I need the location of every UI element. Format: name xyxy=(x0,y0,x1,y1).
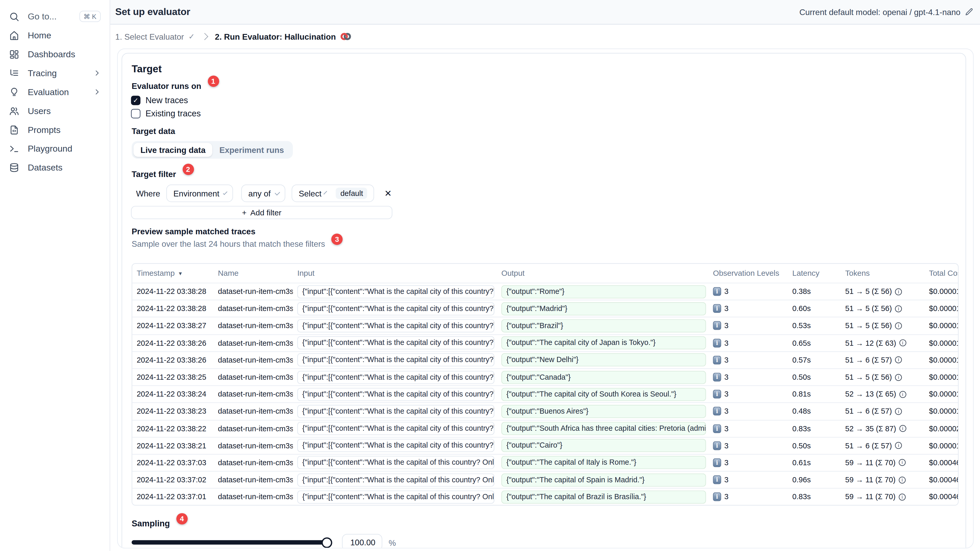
sidebar-item-home[interactable]: Home xyxy=(0,26,110,45)
col-header-tokens[interactable]: Tokens xyxy=(841,269,924,278)
cell-observation-levels: i3 xyxy=(708,441,788,450)
cell-timestamp: 2024-11-22 03:38:26 xyxy=(132,356,213,364)
table-row[interactable]: 2024-11-22 03:38:28dataset-run-item-cm3s… xyxy=(132,283,958,300)
edit-model-icon[interactable] xyxy=(965,8,974,16)
output-preview-chip[interactable]: {"output":"Brazil"} xyxy=(501,319,706,332)
col-header-latency[interactable]: Latency xyxy=(788,269,841,278)
observation-level-icon: i xyxy=(713,304,721,313)
output-preview-chip[interactable]: {"output":"Rome"} xyxy=(501,285,706,298)
filter-operator-dropdown[interactable]: any of xyxy=(241,184,285,202)
input-preview-chip[interactable]: {"input":[{"content":"What is the capita… xyxy=(298,285,495,298)
sampling-slider[interactable] xyxy=(132,540,327,545)
sort-desc-icon: ▼ xyxy=(178,270,183,276)
table-row[interactable]: 2024-11-22 03:38:21dataset-run-item-cm3s… xyxy=(132,437,958,454)
col-header-label: Total Cost xyxy=(929,269,958,278)
cell-name: dataset-run-item-cm3s4 xyxy=(214,441,293,450)
output-preview-chip[interactable]: {"output":"The capital of Spain is Madri… xyxy=(501,473,706,486)
target-card: Target Evaluator runs on 1 ✓ New traces … xyxy=(122,53,966,548)
target-section-title: Target xyxy=(132,64,162,75)
table-row[interactable]: 2024-11-22 03:37:01dataset-run-item-cm3s… xyxy=(132,488,958,505)
checkbox-existing-traces[interactable] xyxy=(131,109,140,118)
input-preview-chip[interactable]: {"input":[{"content":"What is the capita… xyxy=(298,388,495,401)
col-header-input[interactable]: Input xyxy=(293,269,497,278)
input-preview-chip[interactable]: {"input":[{"content":"What is the capita… xyxy=(298,302,495,315)
chevron-down-icon xyxy=(223,190,228,195)
sidebar-item-prompts[interactable]: Prompts xyxy=(0,120,110,139)
input-preview-chip[interactable]: {"input":[{"content":"What is the capita… xyxy=(298,473,495,486)
app-window: Go to... ⌘ K Home Dashboards Tracing xyxy=(0,0,980,551)
remove-filter-button[interactable]: ✕ xyxy=(382,187,395,200)
observation-level-icon: i xyxy=(713,390,721,399)
sidebar-item-tracing[interactable]: Tracing xyxy=(0,64,110,83)
observation-level-count: 3 xyxy=(724,476,729,484)
sidebar-item-evaluation[interactable]: Evaluation xyxy=(0,83,110,101)
tab-experiment-runs[interactable]: Experiment runs xyxy=(212,143,291,157)
observation-level-icon: i xyxy=(713,407,721,416)
sidebar-item-dashboards[interactable]: Dashboards xyxy=(0,44,110,64)
goto-label: Go to... xyxy=(28,11,71,22)
input-preview-chip[interactable]: {"input":[{"content":"What is the capita… xyxy=(298,491,495,503)
info-icon: i xyxy=(895,305,902,312)
col-header-timestamp[interactable]: Timestamp▼ xyxy=(132,269,213,278)
filter-column-dropdown[interactable]: Environment xyxy=(167,184,233,202)
input-preview-chip[interactable]: {"input":[{"content":"What is the capita… xyxy=(298,405,495,418)
table-row[interactable]: 2024-11-22 03:38:26dataset-run-item-cm3s… xyxy=(132,351,958,368)
input-preview-chip[interactable]: {"input":[{"content":"What is the capita… xyxy=(298,439,495,452)
output-preview-chip[interactable]: {"output":"Canada"} xyxy=(501,371,706,384)
sampling-percent-input[interactable]: 100.00 xyxy=(342,534,382,548)
default-model-label: Current default model: openai / gpt-4.1-… xyxy=(799,7,961,17)
tokens-value: 51 → 5 (Σ 56) xyxy=(845,321,892,330)
sidebar-item-playground[interactable]: Playground xyxy=(0,139,110,158)
preview-title: Preview sample matched traces xyxy=(132,227,256,236)
cell-latency: 0.83s xyxy=(788,493,841,502)
output-preview-chip[interactable]: {"output":"The capital city of South Kor… xyxy=(501,388,706,401)
checkbox-new-traces[interactable]: ✓ xyxy=(131,95,140,105)
col-header-total-cost[interactable]: Total Cost xyxy=(924,269,958,278)
output-preview-chip[interactable]: {"output":"The capital city of Japan is … xyxy=(501,337,706,349)
table-row[interactable]: 2024-11-22 03:38:28dataset-run-item-cm3s… xyxy=(132,300,958,317)
table-row[interactable]: 2024-11-22 03:38:24dataset-run-item-cm3s… xyxy=(132,385,958,402)
col-header-observation-levels[interactable]: Observation Levels xyxy=(708,269,788,278)
output-preview-chip[interactable]: {"output":"The capital of Brazil is Bras… xyxy=(501,491,706,503)
filter-value-dropdown[interactable]: Select default xyxy=(292,184,374,202)
cell-observation-levels: i3 xyxy=(708,321,788,330)
col-header-name[interactable]: Name xyxy=(214,269,293,278)
table-row[interactable]: 2024-11-22 03:38:22dataset-run-item-cm3s… xyxy=(132,419,958,437)
input-preview-chip[interactable]: {"input":[{"content":"What is the capita… xyxy=(298,422,495,435)
sampling-percent-unit: % xyxy=(389,538,396,548)
info-icon: i xyxy=(895,288,902,295)
table-row[interactable]: 2024-11-22 03:38:25dataset-run-item-cm3s… xyxy=(132,368,958,385)
output-preview-chip[interactable]: {"output":"Cairo"} xyxy=(501,439,706,452)
cell-latency: 0.60s xyxy=(788,304,841,313)
breadcrumb-step-select-evaluator[interactable]: 1. Select Evaluator ✓ xyxy=(115,32,195,41)
add-filter-button[interactable]: + Add filter xyxy=(131,206,392,219)
table-row[interactable]: 2024-11-22 03:38:23dataset-run-item-cm3s… xyxy=(132,402,958,419)
table-row[interactable]: 2024-11-22 03:37:02dataset-run-item-cm3s… xyxy=(132,471,958,488)
tab-live-tracing-data[interactable]: Live tracing data xyxy=(134,143,212,157)
search-icon xyxy=(9,11,19,22)
table-row[interactable]: 2024-11-22 03:38:26dataset-run-item-cm3s… xyxy=(132,334,958,351)
input-preview-chip[interactable]: {"input":[{"content":"What is the capita… xyxy=(298,337,495,349)
goto-search[interactable]: Go to... ⌘ K xyxy=(0,7,110,26)
output-preview-chip[interactable]: {"output":"The capital of Italy is Rome.… xyxy=(501,456,706,469)
output-preview-chip[interactable]: {"output":"Madrid"} xyxy=(501,302,706,315)
cell-latency: 0.53s xyxy=(788,321,841,330)
table-row[interactable]: 2024-11-22 03:38:27dataset-run-item-cm3s… xyxy=(132,317,958,334)
cell-latency: 0.50s xyxy=(788,373,841,381)
cell-timestamp: 2024-11-22 03:38:28 xyxy=(132,304,213,313)
input-preview-chip[interactable]: {"input":[{"content":"What is the capita… xyxy=(298,319,495,332)
tokens-value: 51 → 5 (Σ 56) xyxy=(845,373,892,381)
col-header-output[interactable]: Output xyxy=(497,269,708,278)
input-preview-chip[interactable]: {"input":[{"content":"What is the capita… xyxy=(298,354,495,367)
output-preview-chip[interactable]: {"output":"New Delhi"} xyxy=(501,354,706,367)
sidebar-item-datasets[interactable]: Datasets xyxy=(0,158,110,177)
output-preview-chip[interactable]: {"output":"South Africa has three capita… xyxy=(501,422,706,435)
cell-input: {"input":[{"content":"What is the capita… xyxy=(293,473,497,486)
table-row[interactable]: 2024-11-22 03:37:03dataset-run-item-cm3s… xyxy=(132,454,958,471)
output-preview-chip[interactable]: {"output":"Buenos Aires"} xyxy=(501,405,706,418)
sampling-slider-thumb[interactable] xyxy=(321,537,332,548)
input-preview-chip[interactable]: {"input":[{"content":"What is the capita… xyxy=(298,456,495,469)
chevron-right-icon xyxy=(93,69,101,77)
sidebar-item-users[interactable]: Users xyxy=(0,101,110,120)
input-preview-chip[interactable]: {"input":[{"content":"What is the capita… xyxy=(298,371,495,384)
